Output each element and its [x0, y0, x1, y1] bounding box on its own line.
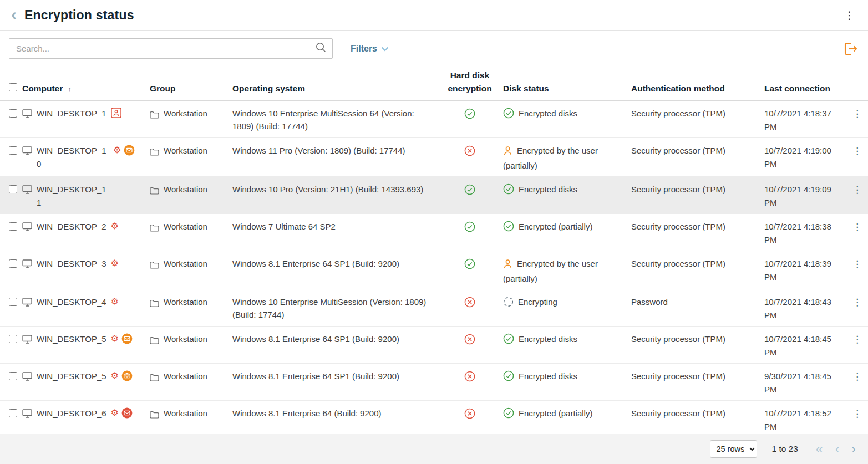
- table-row[interactable]: WIN_DESKTOP_10 ⚙︎ Workstation Windows 11…: [0, 138, 868, 177]
- disk-status-label: Encrypted disks: [519, 334, 577, 344]
- filters-button[interactable]: Filters: [351, 44, 389, 54]
- orange-mail-icon: [124, 145, 135, 156]
- user-icon: [503, 146, 512, 159]
- authentication-method-label: Security processor (TPM): [631, 257, 764, 270]
- computer-cell: WIN_DESKTOP_10 ⚙︎: [22, 144, 150, 171]
- computer-name[interactable]: WIN_DESKTOP_10: [37, 144, 109, 171]
- hde-cell: [442, 257, 503, 273]
- column-header-authentication-method[interactable]: Authentication method: [631, 82, 764, 95]
- last-connection-label: 10/7/2021 4:18:37 PM: [764, 107, 849, 134]
- folder-icon: [150, 372, 159, 385]
- red-mail-icon: [121, 407, 133, 419]
- row-checkbox[interactable]: [9, 222, 17, 231]
- encrypted-check-icon: [464, 258, 475, 273]
- back-icon[interactable]: ‹: [11, 6, 17, 23]
- table-row[interactable]: WIN_DESKTOP_3 ⚙︎ Workstation Windows 8.1…: [0, 251, 868, 290]
- group-cell: Workstation: [150, 407, 232, 422]
- table-row[interactable]: WIN_DESKTOP_5 ⚙︎ Workstation Windows 8.1…: [0, 327, 868, 364]
- pagination-bar: 25 rows 1 to 23 « ‹ ›: [0, 434, 868, 464]
- os-label: Windows 8.1 Enterprise 64 SP1 (Build: 92…: [232, 257, 442, 270]
- row-menu-kebab-icon[interactable]: ⋮: [849, 144, 866, 157]
- orange-mail-icon: [121, 333, 133, 344]
- row-checkbox[interactable]: [9, 259, 17, 268]
- last-connection-label: 10/7/2021 4:18:43 PM: [764, 295, 849, 322]
- row-checkbox[interactable]: [9, 109, 17, 118]
- encrypted-check-icon: [464, 184, 475, 198]
- computer-cell: WIN_DESKTOP_2 ⚙︎: [22, 220, 150, 234]
- column-header-group[interactable]: Group: [150, 82, 232, 95]
- check-circle-icon: [503, 183, 514, 198]
- row-checkbox[interactable]: [9, 146, 17, 155]
- computer-name[interactable]: WIN_DESKTOP_2: [37, 220, 106, 233]
- select-all-checkbox[interactable]: [9, 83, 17, 91]
- column-header-os[interactable]: Operating system: [232, 82, 442, 95]
- last-connection-label: 10/7/2021 4:19:09 PM: [764, 183, 849, 210]
- hde-cell: [442, 220, 503, 236]
- computer-name[interactable]: WIN_DESKTOP_3: [37, 257, 106, 271]
- table-row[interactable]: WIN_DESKTOP_11 Workstation Windows 10 Pr…: [0, 177, 868, 214]
- encrypted-check-icon: [464, 221, 475, 236]
- export-icon[interactable]: [842, 42, 858, 56]
- row-checkbox[interactable]: [9, 335, 17, 343]
- page-menu-kebab-icon[interactable]: ⋮: [841, 7, 858, 24]
- row-checkbox-cell: [0, 220, 22, 234]
- row-menu-kebab-icon[interactable]: ⋮: [849, 107, 866, 120]
- computer-name[interactable]: WIN_DESKTOP_6: [37, 407, 106, 420]
- disk-status-cell: Encrypted disks: [503, 183, 631, 198]
- table-row[interactable]: WIN_DESKTOP_1 Workstation Windows 10 Ent…: [0, 101, 868, 138]
- computer-name[interactable]: WIN_DESKTOP_4: [37, 295, 106, 309]
- row-menu-kebab-icon[interactable]: ⋮: [849, 220, 866, 233]
- not-encrypted-x-icon: [464, 371, 475, 385]
- previous-page-icon[interactable]: ‹: [835, 443, 840, 456]
- group-cell: Workstation: [150, 144, 232, 159]
- table-row[interactable]: WIN_DESKTOP_2 ⚙︎ Workstation Windows 7 U…: [0, 214, 868, 251]
- row-menu-kebab-icon[interactable]: ⋮: [849, 370, 866, 383]
- page-header: ‹ Encryption status ⋮: [0, 0, 868, 31]
- row-menu-kebab-icon[interactable]: ⋮: [849, 295, 866, 308]
- column-header-disk-status[interactable]: Disk status: [503, 82, 631, 95]
- row-checkbox[interactable]: [9, 372, 17, 380]
- computer-cell: WIN_DESKTOP_6 ⚙︎: [22, 407, 150, 421]
- row-checkbox[interactable]: [9, 298, 17, 306]
- row-menu-kebab-icon[interactable]: ⋮: [849, 257, 866, 270]
- row-checkbox-cell: [0, 370, 22, 384]
- disk-status-cell: Encrypted (partially): [503, 407, 631, 422]
- search-input[interactable]: [16, 44, 315, 53]
- hde-cell: [442, 370, 503, 385]
- row-menu-kebab-icon[interactable]: ⋮: [849, 183, 866, 196]
- search-icon[interactable]: [315, 42, 327, 55]
- pager: « ‹ ›: [816, 443, 856, 456]
- computer-name[interactable]: WIN_DESKTOP_1: [37, 107, 106, 120]
- red-user-icon: [111, 108, 121, 118]
- search-box[interactable]: [9, 38, 333, 59]
- column-header-computer[interactable]: Computer↑: [22, 82, 150, 95]
- computer-name[interactable]: WIN_DESKTOP_5: [37, 370, 106, 383]
- column-header-last-connection[interactable]: Last connection: [764, 82, 849, 95]
- group-label: Workstation: [164, 144, 207, 157]
- table-header-row: Computer↑ Group Operating system Hard di…: [0, 65, 868, 101]
- disk-status-cell: Encrypted (partially): [503, 220, 631, 235]
- last-connection-label: 9/30/2021 4:18:45 PM: [764, 370, 849, 396]
- disk-status-cell: Encrypting: [503, 295, 631, 310]
- os-label: Windows 8.1 Enterprise 64 SP1 (Build: 92…: [232, 333, 442, 345]
- row-checkbox[interactable]: [9, 409, 17, 417]
- group-label: Workstation: [164, 220, 207, 233]
- orange-camera-icon: [121, 370, 133, 381]
- next-page-icon[interactable]: ›: [851, 443, 856, 456]
- first-page-icon[interactable]: «: [816, 443, 823, 456]
- column-header-hard-disk-encryption[interactable]: Hard disk encryption: [442, 69, 503, 95]
- table-row[interactable]: WIN_DESKTOP_5 ⚙︎ Workstation Windows 8.1…: [0, 364, 868, 401]
- os-label: Windows 8.1 Enterprise 64 SP1 (Build: 92…: [232, 370, 442, 383]
- hde-cell: [442, 407, 503, 422]
- disk-status-label: Encrypted disks: [519, 185, 577, 194]
- rows-per-page-select[interactable]: 25 rows: [710, 440, 757, 458]
- row-menu-kebab-icon[interactable]: ⋮: [849, 333, 866, 345]
- row-checkbox[interactable]: [9, 185, 17, 193]
- os-label: Windows 7 Ultimate 64 SP2: [232, 220, 442, 233]
- table-row[interactable]: WIN_DESKTOP_4 ⚙︎ Workstation Windows 10 …: [0, 289, 868, 327]
- computer-name[interactable]: WIN_DESKTOP_5: [37, 333, 106, 346]
- table-row[interactable]: WIN_DESKTOP_6 ⚙︎ Workstation Windows 8.1…: [0, 401, 868, 434]
- row-menu-kebab-icon[interactable]: ⋮: [849, 407, 866, 420]
- computer-name[interactable]: WIN_DESKTOP_11: [37, 183, 109, 210]
- group-cell: Workstation: [150, 257, 232, 272]
